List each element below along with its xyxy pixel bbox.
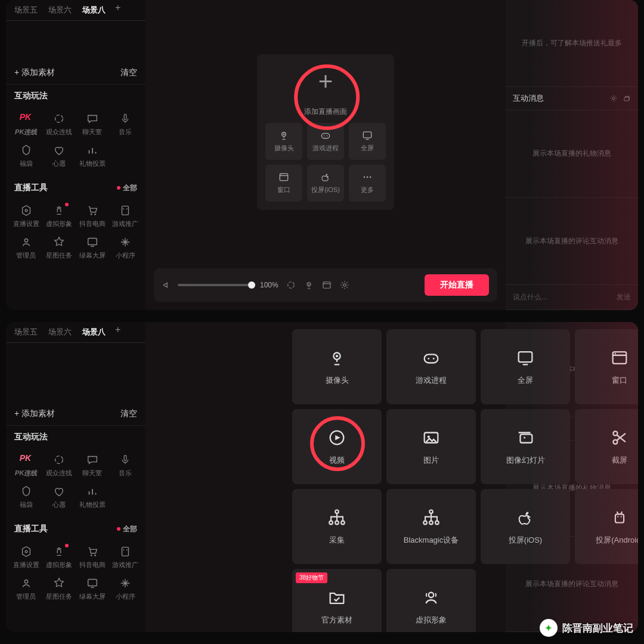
pk-button[interactable]: PKPK连线 bbox=[11, 110, 42, 139]
source-avatar[interactable]: 虚拟形象 bbox=[386, 569, 476, 632]
avatar-tool-button[interactable]: 虚拟形象 bbox=[44, 202, 75, 231]
scene-tab[interactable]: 场景八 bbox=[78, 2, 110, 18]
star-task-button[interactable]: 星图任务 bbox=[44, 233, 75, 262]
messages-title: 互动消息 bbox=[513, 93, 544, 104]
source-window[interactable]: 窗口 bbox=[575, 329, 638, 404]
clear-button[interactable]: 清空 bbox=[120, 408, 137, 419]
luckybag-button[interactable]: 福袋 bbox=[11, 482, 42, 512]
start-stream-button[interactable]: 开始直播 bbox=[425, 274, 489, 296]
scene-tab[interactable]: 场景五 bbox=[10, 2, 42, 18]
record-icon[interactable] bbox=[321, 280, 332, 290]
gift-vote-button[interactable]: 礼物投票 bbox=[77, 141, 108, 171]
volume-control[interactable]: 100% bbox=[162, 280, 278, 290]
tools-section-header: 直播工具 bbox=[14, 182, 48, 193]
refresh-icon[interactable] bbox=[286, 280, 296, 290]
popout-icon[interactable] bbox=[623, 94, 631, 103]
watermark: ✦ 陈晋南副业笔记 bbox=[540, 619, 633, 637]
miniapp-button[interactable]: 小程序 bbox=[110, 574, 141, 603]
scene-tab[interactable]: 场景六 bbox=[44, 2, 76, 18]
tools-grid: 直播设置 虚拟形象 抖音电商 游戏推广 管理员 星图任务 绿幕大屏 小程序 bbox=[6, 199, 145, 268]
add-source-panel: + 添加直播画面 摄像头 游戏进程 全屏 窗口 投屏(iOS) 更多 bbox=[257, 54, 394, 210]
scene-tab[interactable]: 场景五 bbox=[10, 324, 42, 340]
speaker-icon bbox=[162, 280, 173, 290]
music-button[interactable]: 音乐 bbox=[110, 451, 141, 480]
miniapp-button[interactable]: 小程序 bbox=[110, 233, 141, 262]
greenscreen-button[interactable]: 绿幕大屏 bbox=[77, 233, 108, 262]
gifts-panel: 展示本场直播的礼物消息 bbox=[506, 110, 638, 197]
audience-link-button[interactable]: 观众连线 bbox=[44, 110, 75, 139]
game-promo-button[interactable]: 游戏推广 bbox=[110, 202, 141, 231]
interactive-section-header: 互动玩法 bbox=[6, 85, 145, 107]
admin-button[interactable]: 管理员 bbox=[11, 233, 42, 262]
scene-tab[interactable]: 场景八 bbox=[78, 324, 110, 340]
add-scene-button[interactable]: + bbox=[112, 324, 124, 340]
source-ios-button[interactable]: 投屏(iOS) bbox=[307, 165, 344, 202]
source-blackmagic[interactable]: Blackmagic设备 bbox=[386, 489, 476, 564]
audience-link-button[interactable]: 观众连线 bbox=[44, 451, 75, 480]
ecommerce-button[interactable]: 抖音电商 bbox=[77, 202, 108, 231]
chatroom-button[interactable]: 聊天室 bbox=[77, 451, 108, 480]
source-image[interactable]: 图片 bbox=[386, 409, 476, 484]
tools-section-header: 直播工具 bbox=[14, 524, 48, 534]
scene-tab[interactable]: 场景六 bbox=[44, 324, 76, 340]
star-task-button[interactable]: 星图任务 bbox=[44, 574, 75, 603]
interactive-section-header: 互动玩法 bbox=[6, 426, 145, 448]
pk-button[interactable]: PKPK连线 bbox=[11, 451, 42, 480]
gear-icon[interactable] bbox=[609, 94, 618, 103]
avatar-tool-button[interactable]: 虚拟形象 bbox=[44, 543, 75, 572]
ecommerce-button[interactable]: 抖音电商 bbox=[77, 543, 108, 572]
wechat-icon: ✦ bbox=[540, 619, 558, 637]
source-camera-button[interactable]: 摄像头 bbox=[265, 123, 302, 160]
info-panel: 开播后，可了解本场推送礼最多 bbox=[506, 0, 638, 87]
chat-input[interactable]: 说点什么... bbox=[513, 292, 547, 302]
source-more-button[interactable]: 更多 bbox=[349, 165, 386, 202]
add-source-plus-button[interactable]: + bbox=[306, 63, 345, 101]
wish-button[interactable]: 心愿 bbox=[44, 482, 75, 512]
source-fullscreen-button[interactable]: 全屏 bbox=[349, 123, 386, 160]
tools-all-link[interactable]: 全部 bbox=[117, 524, 137, 534]
add-material-button[interactable]: + 添加素材 bbox=[14, 67, 55, 78]
source-gameprocess[interactable]: 游戏进程 bbox=[386, 329, 476, 404]
source-picker-grid: 摄像头 游戏进程 全屏 窗口 视频 图片 图像幻灯片 截屏 采集 Blackma… bbox=[292, 329, 638, 632]
control-bar: 100% 开始直播 bbox=[154, 268, 497, 302]
source-camera[interactable]: 摄像头 bbox=[292, 329, 382, 404]
admin-button[interactable]: 管理员 bbox=[11, 574, 42, 603]
source-capture[interactable]: 采集 bbox=[292, 489, 382, 564]
stream-settings-button[interactable]: 直播设置 bbox=[11, 543, 42, 572]
greenscreen-button[interactable]: 绿幕大屏 bbox=[77, 574, 108, 603]
stream-settings-button[interactable]: 直播设置 bbox=[11, 202, 42, 231]
clear-button[interactable]: 清空 bbox=[120, 67, 137, 78]
camera-icon[interactable] bbox=[304, 280, 314, 290]
comments-panel: 展示本场直播的评论互动消息 bbox=[506, 198, 638, 285]
music-button[interactable]: 音乐 bbox=[110, 110, 141, 139]
gift-vote-button[interactable]: 礼物投票 bbox=[77, 482, 108, 512]
source-fullscreen[interactable]: 全屏 bbox=[481, 329, 570, 404]
source-game-button[interactable]: 游戏进程 bbox=[307, 123, 344, 160]
add-material-button[interactable]: + 添加素材 bbox=[14, 408, 55, 419]
settings-icon[interactable] bbox=[339, 280, 350, 290]
luckybag-button[interactable]: 福袋 bbox=[11, 141, 42, 171]
source-window-button[interactable]: 窗口 bbox=[265, 165, 302, 202]
chatroom-button[interactable]: 聊天室 bbox=[77, 110, 108, 139]
interactive-grid: PKPK连线 观众连线 聊天室 音乐 福袋 心愿 礼物投票 bbox=[6, 107, 145, 177]
scene-tabs: 场景五 场景六 场景八 + bbox=[6, 0, 145, 21]
add-source-label: 添加直播画面 bbox=[304, 107, 347, 117]
wish-button[interactable]: 心愿 bbox=[44, 141, 75, 171]
send-button[interactable]: 发送 bbox=[617, 292, 631, 302]
volume-value: 100% bbox=[260, 281, 278, 289]
source-screenshot[interactable]: 截屏 bbox=[575, 409, 638, 484]
game-promo-button[interactable]: 游戏推广 bbox=[110, 543, 141, 572]
source-android[interactable]: 投屏(Android) bbox=[575, 489, 638, 564]
add-scene-button[interactable]: + bbox=[112, 2, 124, 18]
volume-slider[interactable] bbox=[178, 284, 255, 286]
source-ios[interactable]: 投屏(iOS) bbox=[481, 489, 570, 564]
source-video[interactable]: 视频 bbox=[292, 409, 382, 484]
promo-badge: 38好物节 bbox=[296, 572, 327, 583]
source-slideshow[interactable]: 图像幻灯片 bbox=[481, 409, 570, 484]
source-official[interactable]: 38好物节官方素材 bbox=[292, 569, 382, 632]
tools-all-link[interactable]: 全部 bbox=[117, 183, 137, 193]
